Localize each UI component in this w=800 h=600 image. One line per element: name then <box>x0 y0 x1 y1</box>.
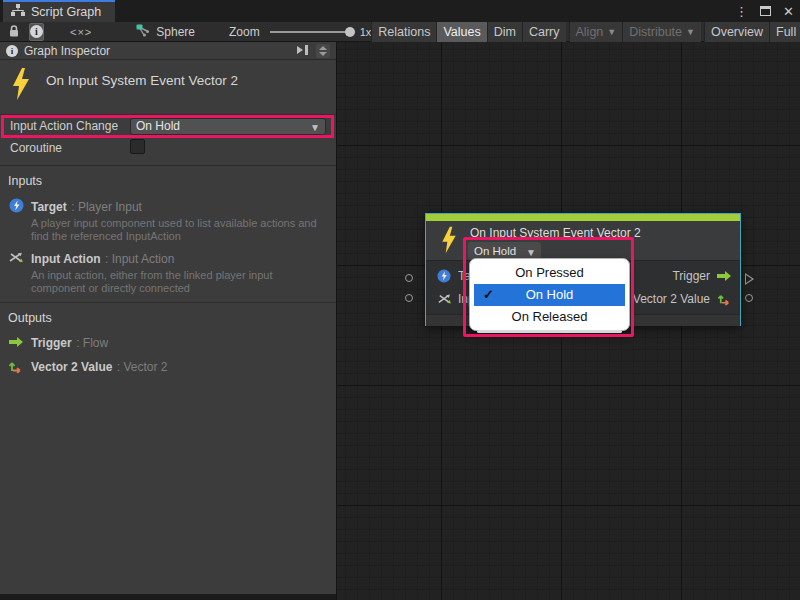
graph-context[interactable]: Sphere <box>136 23 195 41</box>
inspector-node-title: On Input System Event Vector 2 <box>46 73 238 88</box>
output-pin-vector2: Vector 2 Value : Vector 2 <box>8 357 326 375</box>
overview-button[interactable]: Overview <box>704 22 769 42</box>
dock-panel-icon[interactable] <box>296 42 310 60</box>
target-port-icon <box>8 197 24 213</box>
align-dropdown-button[interactable]: Align▼ <box>569 22 623 42</box>
flow-arrow-icon <box>8 334 24 350</box>
zoom-slider[interactable] <box>270 31 350 33</box>
flow-arrow-icon <box>716 268 732 284</box>
event-lightning-icon <box>9 66 33 106</box>
input-action-change-label: Input Action Change <box>10 115 118 137</box>
graph-inspector-panel: i Graph Inspector On Input System Event … <box>0 42 336 594</box>
coroutine-row: Coroutine <box>0 137 336 157</box>
menu-item-on-hold[interactable]: ✓ On Hold <box>474 284 625 306</box>
action-dropdown-menu: On Pressed ✓ On Hold On Released <box>469 258 630 331</box>
port-trigger[interactable]: Trigger <box>633 267 732 284</box>
menu-scroll-hint <box>477 330 622 333</box>
script-graph-icon <box>11 3 25 21</box>
input-action-change-row: Input Action Change On Hold ▼ <box>0 115 336 137</box>
info-icon: i <box>6 45 18 57</box>
tab-script-graph[interactable]: Script Graph <box>3 0 115 22</box>
target-port-icon <box>436 268 452 284</box>
panel-bottom-edge <box>0 594 336 600</box>
input-action-change-dropdown[interactable]: On Hold ▼ <box>130 118 326 135</box>
graph-node-icon <box>136 23 150 41</box>
node-header: On Input System Event Vector 2 On Hold ▼ <box>426 221 740 260</box>
tab-bar: Script Graph ⋮ ✕ <box>0 0 800 22</box>
node-title: On Input System Event Vector 2 <box>470 226 641 240</box>
lock-icon[interactable] <box>8 22 20 42</box>
vector2-output-socket[interactable] <box>745 294 753 302</box>
window-controls: ⋮ ✕ <box>735 0 794 22</box>
tab-title: Script Graph <box>31 5 101 19</box>
outputs-header: Outputs <box>8 311 326 327</box>
arrow-down-icon <box>319 52 327 56</box>
code-view-icon[interactable]: <×> <box>70 22 92 42</box>
toolbar-buttons: Relations Values Dim Carry Align▼ Distri… <box>371 22 800 42</box>
maximize-icon[interactable] <box>760 6 771 16</box>
fullscreen-button[interactable]: Full Screen <box>769 22 800 42</box>
inputs-header: Inputs <box>8 174 326 190</box>
chevron-down-icon: ▼ <box>607 27 616 37</box>
chevron-down-icon: ▼ <box>310 120 320 135</box>
graph-context-label: Sphere <box>156 25 195 39</box>
panel-spinner[interactable] <box>316 44 330 58</box>
values-button[interactable]: Values <box>436 22 486 42</box>
outputs-section: Outputs Trigger : Flow Vector 2 Value : … <box>0 302 336 383</box>
input-action-input-socket[interactable] <box>405 294 413 302</box>
distribute-dropdown-button[interactable]: Distribute▼ <box>622 22 701 42</box>
vector2-arrows-icon <box>8 358 24 374</box>
node-accent-bar <box>426 214 740 221</box>
menu-item-on-released[interactable]: On Released <box>470 306 629 328</box>
output-pin-trigger: Trigger : Flow <box>8 333 326 351</box>
pin-description: A player input component used to list av… <box>31 217 326 242</box>
port-vector2-value[interactable]: Vector 2 Value <box>633 290 732 307</box>
inspector-toggle-button[interactable]: i <box>29 23 44 41</box>
dim-button[interactable]: Dim <box>487 22 522 42</box>
zoom-slider-handle[interactable] <box>345 27 355 37</box>
input-pin-input-action: Input Action : Input Action <box>8 249 326 267</box>
arrow-up-icon <box>319 46 327 50</box>
relations-button[interactable]: Relations <box>371 22 436 42</box>
node-properties: Input Action Change On Hold ▼ Coroutine <box>0 114 336 157</box>
zoom-value: 1x <box>360 26 372 38</box>
graph-inspector-title: Graph Inspector <box>24 44 110 58</box>
menu-kebab-icon[interactable]: ⋮ <box>735 4 748 19</box>
inputs-section: Inputs Target : Player Input A player in… <box>0 166 336 302</box>
input-action-port-icon <box>436 291 452 307</box>
input-pin-target: Target : Player Input <box>8 197 326 215</box>
pin-description: An input action, either from the linked … <box>31 269 326 294</box>
close-icon[interactable]: ✕ <box>783 4 794 19</box>
vector2-arrows-icon <box>716 291 732 307</box>
graph-canvas[interactable]: On Input System Event Vector 2 On Hold ▼… <box>336 42 800 600</box>
zoom-control: Zoom 1x <box>229 25 371 39</box>
trigger-output-socket[interactable] <box>745 273 754 285</box>
event-lightning-icon <box>439 225 459 259</box>
unity-graph-window: Script Graph ⋮ ✕ i <×> Sphere Zoom <box>0 0 800 600</box>
coroutine-label: Coroutine <box>10 137 62 159</box>
chevron-down-icon: ▼ <box>686 27 695 37</box>
selected-node-summary: On Input System Event Vector 2 <box>0 60 336 114</box>
carry-button[interactable]: Carry <box>522 22 566 42</box>
input-action-port-icon <box>8 249 24 265</box>
graph-toolbar: i <×> Sphere Zoom 1x Relations Values Di… <box>0 22 800 42</box>
graph-inspector-header: i Graph Inspector <box>0 42 336 60</box>
checkmark-icon: ✓ <box>483 284 494 306</box>
info-icon: i <box>30 25 43 38</box>
target-input-socket[interactable] <box>405 274 413 282</box>
coroutine-checkbox[interactable] <box>130 139 145 154</box>
menu-item-on-pressed[interactable]: On Pressed <box>470 262 629 284</box>
zoom-label: Zoom <box>229 25 260 39</box>
